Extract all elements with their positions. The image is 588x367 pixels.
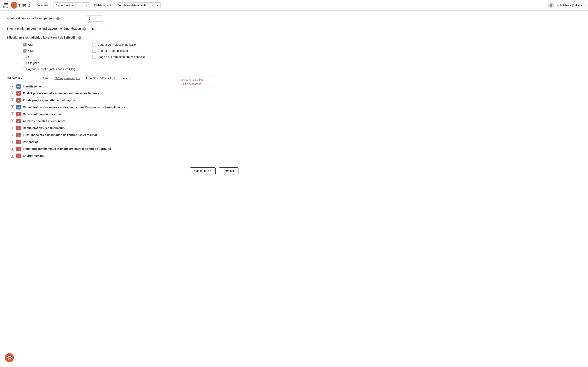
contrat-prof-checkbox[interactable]: [92, 43, 96, 47]
legend-saisie: Saisie nécessaire: [181, 82, 210, 85]
menu-button[interactable]: Menu: [3, 2, 8, 8]
indicators-label: Indicateurs :: [7, 76, 39, 80]
menu-label: Menu: [3, 6, 8, 8]
effectif-label: Effectif minimum pour les indicateurs de…: [7, 27, 87, 31]
tab-300plus[interactable]: 300 employés et plus: [51, 76, 83, 81]
heures-help-icon[interactable]: ?: [56, 17, 60, 20]
checkbox-cdd: CDD: [23, 49, 84, 53]
checkbox-fonds[interactable]: [16, 98, 21, 103]
checkbox-remuneration[interactable]: [16, 105, 21, 109]
checkbox-egalite[interactable]: [16, 91, 21, 96]
user-email: cecile.leblanc@silae.fr: [555, 4, 582, 7]
indicator-name-remuneration: Rémunération des salariés et dirigeants …: [23, 106, 125, 109]
indicator-row-egalite: ⊕ Egalité professionnelle entre les homm…: [11, 90, 238, 97]
indicator-name-transferts: Transferts commerciaux et financiers ent…: [23, 147, 111, 150]
ctt-label: CTT: [28, 55, 34, 58]
expand-icon-investissement[interactable]: ⊕: [11, 85, 14, 88]
header-right: cecile.leblanc@silae.fr ▾: [548, 2, 585, 8]
stage-formation-label: Stage de la formation professionnelle: [98, 55, 145, 58]
indicator-name-remunerations-financeurs: Rémunérations des financeurs: [23, 126, 65, 130]
checkbox-activites[interactable]: [16, 119, 21, 123]
contrat-prof-label: Contrat de Professionnalisation: [98, 43, 138, 46]
contrat-app-label: Contrat d'apprentissage: [98, 49, 128, 52]
selection-help-icon[interactable]: ?: [78, 36, 81, 40]
logo: s silæ BI: [11, 2, 32, 8]
stagiaire-label: Stagiaire: [28, 61, 39, 65]
indicator-name-investissement: Investissement: [23, 85, 43, 88]
user-menu-chevron[interactable]: ▾: [584, 4, 585, 6]
effectif-input[interactable]: 5: [90, 26, 106, 32]
checkbox-grid: CDI Contrat de Professionnalisation CDD …: [23, 43, 238, 71]
expand-icon-fonds[interactable]: ⊕: [11, 99, 14, 102]
effectif-row: Effectif minimum pour les indicateurs de…: [7, 26, 238, 32]
checkbox-transferts[interactable]: [16, 147, 21, 151]
terminer-button[interactable]: Terminer: [219, 167, 238, 174]
checkbox-representation[interactable]: [16, 112, 21, 117]
tab-tous[interactable]: Tous: [39, 76, 51, 81]
indicator-name-flux: Flux Financiers à destination de l'entre…: [23, 133, 97, 137]
checkbox-agent-public: Agent du public (inclus dans les CDI): [23, 67, 84, 71]
checkbox-contrat-prof: Contrat de Professionnalisation: [92, 43, 154, 47]
indicator-name-partenariat: Partenariat: [23, 140, 38, 143]
expand-icon-remunerations-financeurs[interactable]: ⊕: [11, 126, 14, 130]
continuer-button[interactable]: Continuer >>: [190, 167, 215, 174]
expand-icon-activites[interactable]: ⊕: [11, 119, 14, 123]
ctt-checkbox[interactable]: [23, 55, 26, 59]
tab-aucun[interactable]: Aucun: [120, 76, 134, 81]
expand-icon-partenariat[interactable]: ⊕: [11, 140, 14, 144]
expand-icon-representation[interactable]: ⊕: [11, 112, 14, 116]
main-content: Nombre d'heures de travail par jour ? : …: [0, 11, 245, 184]
stagiaire-checkbox[interactable]: [23, 61, 26, 65]
indicator-name-fonds: Fonds propres, endettement et impôts: [23, 99, 75, 102]
tab-50-300[interactable]: Entre 50 et 300 employés: [83, 76, 120, 81]
agent-public-checkbox[interactable]: [23, 67, 26, 71]
entreprise-label: Entreprise:: [36, 4, 49, 7]
checkbox-investissement[interactable]: [16, 84, 21, 89]
checkbox-environnement[interactable]: [16, 154, 21, 158]
heures-row: Nombre d'heures de travail par jour ? : …: [7, 16, 238, 22]
indicator-name-environnement: Environnement: [23, 154, 44, 157]
expand-icon-remuneration[interactable]: ⊕: [11, 105, 14, 109]
checkbox-flux[interactable]: [16, 133, 21, 137]
selection-section: Sélectionnez les individus faisant parti…: [7, 36, 238, 71]
continuer-label: Continuer: [194, 169, 207, 173]
indicator-name-representation: Représentation du personnel: [23, 113, 62, 116]
indicator-row-remuneration: ⊕ Rémunération des salariés et dirigeant…: [11, 104, 238, 111]
etablissement-field: Etablissement: Tous les établissements: [94, 2, 160, 8]
etablissement-label: Etablissement:: [94, 4, 112, 7]
checkbox-cdi: CDI: [23, 43, 84, 47]
indicators-tabs: Tous 300 employés et plus Entre 50 et 30…: [39, 76, 134, 81]
cdi-checkbox[interactable]: [23, 43, 26, 47]
logo-text: silæ BI: [18, 3, 32, 8]
indicator-row-representation: ⊕ Représentation du personnel: [11, 111, 238, 118]
expand-icon-transferts[interactable]: ⊕: [11, 147, 14, 151]
entreprise-select[interactable]: Demonstration: [53, 2, 90, 8]
expand-icon-environnement[interactable]: ⊕: [11, 154, 14, 158]
indicator-row-fonds: ⊕ Fonds propres, endettement et impôts: [11, 97, 238, 104]
agent-public-label: Agent du public (inclus dans les CDI): [28, 67, 75, 71]
continuer-arrows: >>: [208, 169, 211, 173]
checkbox-stage-formation: Stage de la formation professionnelle: [92, 55, 154, 59]
indicator-list: ⊕ Investissement ⊕ Egalité professionnel…: [11, 83, 238, 159]
cdi-label: CDI: [28, 43, 33, 46]
legend-box: Indicateur calculable Saisie nécessaire: [177, 76, 214, 88]
terminer-label: Terminer: [223, 169, 234, 173]
heures-input[interactable]: 7: [86, 16, 103, 22]
contrat-app-checkbox[interactable]: [92, 49, 96, 53]
expand-icon-egalite[interactable]: ⊕: [11, 92, 14, 95]
indicator-row-remunerations-financeurs: ⊕ Rémunérations des financeurs: [11, 125, 238, 132]
stage-formation-checkbox[interactable]: [92, 55, 96, 59]
indicator-row-flux: ⊕ Flux Financiers à destination de l'ent…: [11, 132, 238, 138]
legend-calculable: Indicateur calculable: [181, 78, 210, 82]
indicator-name-activites: Activités Sociales et culturelles: [23, 119, 66, 123]
checkbox-remunerations-financeurs[interactable]: [16, 126, 21, 130]
etablissement-select[interactable]: Tous les établissements: [116, 2, 161, 8]
effectif-help-icon[interactable]: ?: [82, 27, 86, 31]
checkbox-partenariat[interactable]: [16, 140, 21, 144]
user-avatar-icon: [548, 2, 554, 8]
expand-icon-flux[interactable]: ⊕: [11, 133, 14, 137]
checkbox-contrat-app: Contrat d'apprentissage: [92, 49, 154, 53]
header: Menu s silæ BI Entreprise: Demonstration…: [0, 0, 588, 11]
cdd-checkbox[interactable]: [23, 49, 26, 53]
svg-text:s: s: [13, 4, 15, 7]
